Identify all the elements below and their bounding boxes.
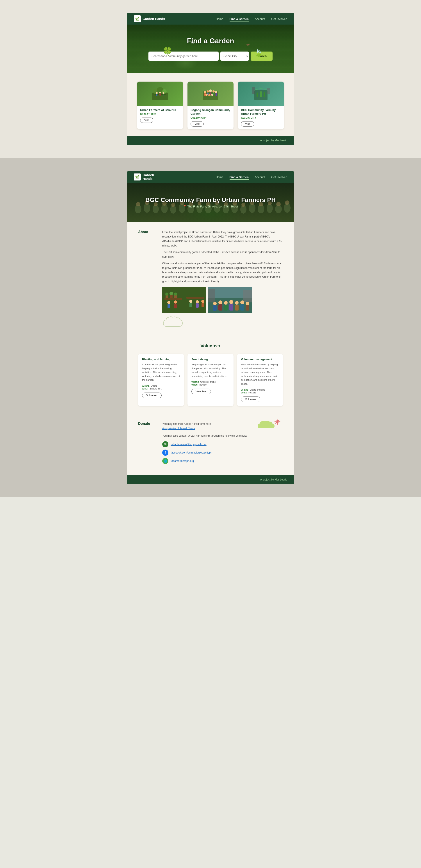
vol-where-2: WHERE Onsite or online <box>241 389 279 391</box>
svg-rect-98 <box>218 304 222 311</box>
svg-rect-81 <box>189 303 192 307</box>
svg-point-75 <box>174 292 177 296</box>
svg-rect-79 <box>174 304 177 308</box>
vol-card-desc-2: Help behind the scenes by helping us wit… <box>241 363 279 386</box>
garden-card-name-2: BGC Community Farm by Urban Farmers PH <box>241 108 281 116</box>
logo: 🌿 Garden Hands <box>134 16 165 22</box>
visit-btn-1[interactable]: Visit <box>191 121 204 127</box>
city-select[interactable]: Select City Manila Quezon City Taguig Ma… <box>220 52 249 61</box>
volunteer-section: Volunteer Planting and farming Come work… <box>127 337 294 415</box>
detail-hero: BGC Community Farm by Urban Farmers PH 📍… <box>127 183 294 222</box>
volunteer-btn-2[interactable]: Volunteer <box>241 397 260 402</box>
svg-rect-13 <box>204 93 206 96</box>
detail-container: 🌿 GardenHands Home Find a Garden Account… <box>127 171 294 484</box>
garden-card-1: Bagong Silangan Community Garden QUEZON … <box>188 82 233 129</box>
svg-point-18 <box>213 90 215 93</box>
donate-web-link[interactable]: urbanfarmereph.org <box>171 459 194 463</box>
page-wrapper: 🌿 Garden Hands Home Find a Garden Accoun… <box>0 0 421 497</box>
svg-rect-26 <box>257 93 258 97</box>
svg-point-80 <box>189 300 192 303</box>
svg-point-66 <box>285 200 289 205</box>
donate-deco <box>257 420 283 438</box>
svg-rect-6 <box>156 94 157 96</box>
svg-rect-102 <box>240 304 244 311</box>
gardens-section: Urban Farmers of Belair PH BGALATI CITY … <box>127 73 294 136</box>
garden-img-0 <box>137 82 183 106</box>
vol-when-2: WHEN Flexible <box>241 392 279 394</box>
adopt-pod-link[interactable]: Adopt-A-Pod Interest Check <box>162 427 195 430</box>
location-pin-icon: 📍 <box>183 205 187 208</box>
donate-section: Donate You may find their Adopt-A-Pod fo… <box>127 415 294 475</box>
garden-card-2: BGC Community Farm by Urban Farmers PH T… <box>238 82 284 129</box>
nav-item-find[interactable]: Find a Garden <box>230 17 249 21</box>
svg-point-90 <box>213 302 217 305</box>
volunteer-btn-0[interactable]: Volunteer <box>142 393 162 398</box>
svg-rect-8 <box>159 93 161 96</box>
svg-point-96 <box>246 302 249 305</box>
vol-where-0: WHERE Onsite <box>142 385 180 387</box>
nav2-home[interactable]: Home <box>216 175 223 179</box>
about-section: About From the small project of Urban Fa… <box>127 222 294 337</box>
nav-links: Home Find a Garden Account Get Involved <box>216 17 287 21</box>
garden-card-0: Urban Farmers of Belair PH BGALATI CITY … <box>137 82 183 129</box>
garden-card-city-1: QUEZON CITY <box>191 117 230 119</box>
donate-email-link[interactable]: urbanfarmers@bcgcgmail.com <box>171 443 206 446</box>
vol-card-title-1: Fundraising <box>191 358 229 361</box>
svg-rect-97 <box>213 305 217 311</box>
garden-img-1 <box>188 82 233 106</box>
visit-btn-0[interactable]: Visit <box>140 118 153 123</box>
volunteer-btn-1[interactable]: Volunteer <box>191 389 211 394</box>
email-icon: ✉ <box>162 441 168 447</box>
hero-section: 🍀 ✳ ✳ 🍃 Find a Garden Select City Manila… <box>127 25 294 73</box>
nav-item-account[interactable]: Account <box>255 17 265 21</box>
svg-rect-67 <box>162 287 206 313</box>
vol-meta-1: WHERE Onsite or online WHEN Flexible <box>191 381 229 386</box>
vol-when-0: WHEN 2 hours min. <box>142 388 180 390</box>
nav2-find[interactable]: Find a Garden <box>230 175 249 179</box>
svg-rect-30 <box>267 88 270 94</box>
svg-point-5 <box>156 92 158 94</box>
garden-card-body-2: BGC Community Farm by Urban Farmers PH T… <box>238 106 284 129</box>
garden-card-city-0: BGALATI CITY <box>140 113 180 115</box>
svg-point-49 <box>136 202 140 206</box>
svg-point-22 <box>205 94 208 96</box>
vol-meta-2: WHERE Onsite or online WHEN Flexible <box>241 389 279 394</box>
svg-point-73 <box>165 292 168 296</box>
section1-card: 🌿 Garden Hands Home Find a Garden Accoun… <box>127 13 294 145</box>
facebook-icon: f <box>162 450 168 456</box>
search-input[interactable] <box>149 52 219 61</box>
about-text: From the small project of Urban Farmers … <box>162 230 283 284</box>
svg-rect-88 <box>208 289 215 302</box>
nav2-involved[interactable]: Get Involved <box>271 175 287 179</box>
donate-label: Donate <box>138 422 156 466</box>
detail-location: 📍 The Flats Park, 5th Ave. cor. 34th Str… <box>183 205 238 208</box>
garden-card-city-2: TAGUIG CITY <box>241 117 281 119</box>
vol-when-1: WHEN Flexible <box>191 383 229 386</box>
footer-2: A project by Mar Leaño <box>127 475 294 484</box>
donate-fb-link[interactable]: facebook.com/bcm/acieglobalcityph <box>171 451 212 454</box>
svg-rect-77 <box>167 304 170 308</box>
nav-item-involved[interactable]: Get Involved <box>271 17 287 21</box>
svg-rect-83 <box>196 303 199 308</box>
vol-card-0: Planting and farming Come work the produ… <box>138 354 184 406</box>
svg-rect-28 <box>264 92 265 97</box>
svg-point-20 <box>215 91 217 93</box>
deco-star-pink: ✳ <box>246 42 250 48</box>
svg-point-82 <box>196 300 199 303</box>
svg-point-93 <box>229 300 233 304</box>
deco-flower-green-1: 🍀 <box>162 46 172 56</box>
logo-icon: 🌿 <box>134 16 141 22</box>
nav-item-home[interactable]: Home <box>216 17 223 21</box>
svg-rect-99 <box>224 305 228 311</box>
svg-point-94 <box>235 301 238 305</box>
visit-btn-2[interactable]: Visit <box>241 121 254 127</box>
nav2-account[interactable]: Account <box>255 175 265 179</box>
svg-point-12 <box>204 91 206 93</box>
hero-bg <box>127 25 294 73</box>
about-img-0 <box>162 287 206 313</box>
garden-card-name-1: Bagong Silangan Community Garden <box>191 108 230 116</box>
svg-point-84 <box>201 300 204 303</box>
logo-2: 🌿 GardenHands <box>134 173 154 181</box>
navbar-2: 🌿 GardenHands Home Find a Garden Account… <box>127 171 294 183</box>
volunteer-cards: Planting and farming Come work the produ… <box>138 354 283 406</box>
